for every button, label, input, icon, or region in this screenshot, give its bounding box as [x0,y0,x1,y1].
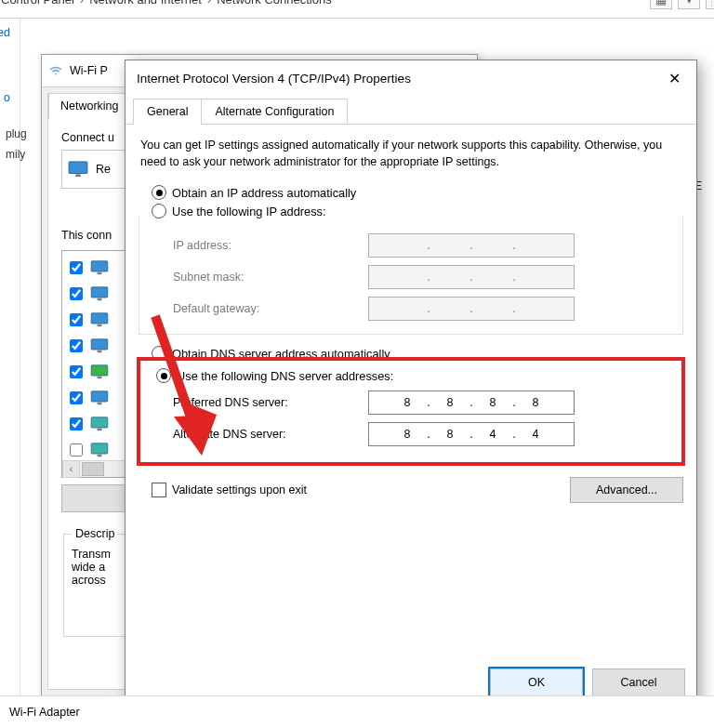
close-icon[interactable]: ✕ [655,64,693,92]
adapter-name: Re [96,163,111,176]
stage: { "breadcrumb": {"a":"Control Panel","b"… [0,0,714,728]
radio-label: Obtain an IP address automatically [172,186,356,200]
dialog-footer: OK Cancel [490,668,685,696]
alternate-dns-input[interactable]: 8. 8. 4. 4 [368,422,575,446]
svg-rect-3 [98,272,102,274]
checkbox-icon [152,483,166,497]
svg-rect-14 [91,417,108,428]
protocol-icon [90,286,109,301]
dialog-title: Internet Protocol Version 4 (TCP/IPv4) P… [137,72,411,86]
breadcrumb[interactable]: Control Panel › Network and Internet › N… [0,0,332,18]
tab-networking[interactable]: Networking [48,93,131,119]
svg-rect-5 [98,298,102,300]
protocol-icon [90,443,109,457]
items-label: This conn [61,229,112,242]
item-checkbox[interactable] [70,287,83,300]
svg-rect-16 [91,443,108,454]
svg-rect-9 [98,351,102,352]
sidebar-link[interactable]: o [0,84,20,112]
breadcrumb-item[interactable]: Network Connections [217,0,332,7]
radio-icon [152,185,166,200]
svg-rect-0 [69,162,87,174]
radio-icon [156,368,171,383]
description-legend: Descrip [72,527,118,540]
view-icon[interactable]: ▦ [650,0,672,9]
wifi-icon [49,64,62,77]
toolbar: ▦ ▾ 📄 [542,0,714,18]
window-title: Wi-Fi P [70,64,108,77]
subnet-mask-input: ... [368,265,575,289]
tab-general[interactable]: General [133,99,202,125]
protocol-icon [90,417,109,431]
radio-dns-manual[interactable]: Use the following DNS server addresses: [156,368,671,383]
advanced-button[interactable]: Advanced... [570,477,683,503]
svg-rect-7 [98,324,102,326]
item-checkbox[interactable] [70,391,83,404]
status-text: Wi-Fi Adapter [9,706,80,719]
breadcrumb-item[interactable]: Network and Internet [89,0,202,7]
radio-ip-auto[interactable]: Obtain an IP address automatically [152,185,687,200]
cancel-button[interactable]: Cancel [592,668,685,696]
help-text: You can get IP settings assigned automat… [140,137,681,170]
item-checkbox[interactable] [70,443,83,457]
status-bar: Wi-Fi Adapter [0,695,714,728]
preferred-dns-input[interactable]: 8. 8. 8. 8 [368,390,575,415]
item-checkbox[interactable] [70,339,83,352]
radio-label: Use the following DNS server addresses: [177,369,393,383]
item-checkbox[interactable] [70,261,83,274]
subnet-mask-label: Subnet mask: [173,271,368,284]
preferred-dns-label: Preferred DNS server: [173,396,368,409]
titlebar: Internet Protocol Version 4 (TCP/IPv4) P… [126,60,696,96]
sidebar-link[interactable]: ed [0,19,20,46]
help-icon[interactable]: 📄 [706,0,714,9]
chevron-right-icon: › [207,0,211,7]
checkbox-label: Validate settings upon exit [172,483,307,496]
scroll-left-icon[interactable]: ‹ [62,460,80,478]
ip-address-input: ... [368,233,575,258]
svg-rect-10 [91,365,108,376]
cp-sidebar: ed o [0,19,20,707]
label: plug [6,126,27,142]
protocol-icon [90,312,109,327]
svg-rect-15 [98,429,102,430]
default-gateway-label: Default gateway: [173,302,368,315]
svg-rect-4 [91,287,108,298]
default-gateway-input: ... [368,297,575,321]
breadcrumb-item[interactable]: Control Panel [1,0,74,7]
chevron-right-icon: › [80,0,84,7]
monitor-icon [68,161,88,178]
svg-rect-8 [91,339,108,350]
svg-rect-1 [75,174,80,177]
tab-alternate-configuration[interactable]: Alternate Configuration [201,99,348,125]
svg-rect-6 [91,313,108,324]
protocol-icon [90,338,109,353]
protocol-icon [90,260,109,275]
alternate-dns-label: Alternate DNS server: [173,428,368,441]
validate-checkbox[interactable]: Validate settings upon exit [152,483,307,497]
ok-button[interactable]: OK [490,668,583,696]
item-checkbox[interactable] [70,417,83,430]
svg-rect-12 [91,391,108,402]
ip-address-label: IP address: [173,239,368,252]
tab-strip: General Alternate Configuration [126,98,696,125]
chevron-down-icon[interactable]: ▾ [678,0,700,9]
cp-left-text: plug mily [6,126,27,163]
item-checkbox[interactable] [70,313,83,326]
svg-rect-2 [91,261,108,271]
svg-rect-13 [98,403,102,404]
svg-rect-11 [98,377,102,378]
dns-fields-group: Use the following DNS server addresses: … [139,359,683,464]
svg-rect-17 [98,455,102,457]
dialog-body: You can get IP settings assigned automat… [135,133,687,663]
label: mily [6,146,27,163]
ip-fields-group: IP address: ... Subnet mask: ... Default… [139,217,683,335]
protocol-icon [90,364,109,379]
ipv4-properties-dialog: Internet Protocol Version 4 (TCP/IPv4) P… [125,60,697,708]
protocol-icon [90,390,109,405]
item-checkbox[interactable] [70,365,83,378]
scroll-thumb[interactable] [82,462,104,476]
